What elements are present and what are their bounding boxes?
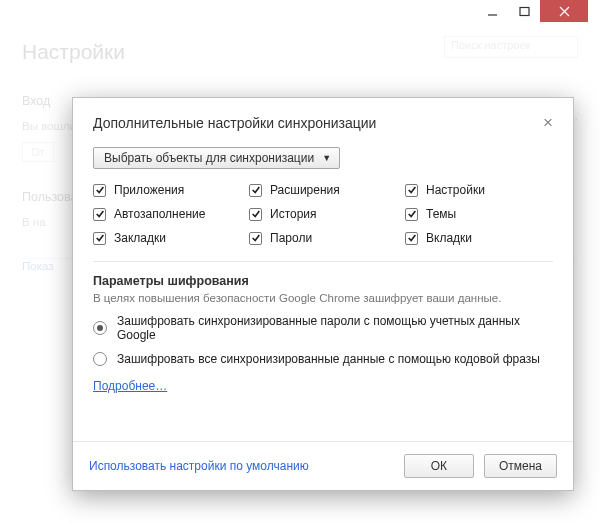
sync-item-checkbox[interactable]: Автозаполнение xyxy=(93,207,241,221)
checkbox-icon xyxy=(249,184,262,197)
window-close-button[interactable] xyxy=(540,0,588,22)
sync-scope-dropdown[interactable]: Выбрать объекты для синхронизации ▼ xyxy=(93,147,340,169)
use-defaults-link[interactable]: Использовать настройки по умолчанию xyxy=(89,459,309,473)
sync-item-label: История xyxy=(270,207,317,221)
checkbox-icon xyxy=(405,184,418,197)
sync-item-label: Вкладки xyxy=(426,231,472,245)
advanced-sync-settings-dialog: Дополнительные настройки синхронизации ×… xyxy=(72,97,574,491)
dialog-close-button[interactable]: × xyxy=(543,114,553,131)
window-titlebar xyxy=(0,0,600,28)
checkbox-icon xyxy=(93,184,106,197)
sync-item-label: Приложения xyxy=(114,183,184,197)
sync-item-label: Автозаполнение xyxy=(114,207,205,221)
sync-item-label: Настройки xyxy=(426,183,485,197)
checkbox-icon xyxy=(93,208,106,221)
checkbox-icon xyxy=(249,208,262,221)
svg-rect-0 xyxy=(520,7,529,15)
sync-item-checkbox[interactable]: Вкладки xyxy=(405,231,553,245)
window-minimize-button[interactable] xyxy=(476,0,508,22)
encryption-option-2-label: Зашифровать все синхронизированные данны… xyxy=(117,352,540,366)
encryption-option-passphrase[interactable]: Зашифровать все синхронизированные данны… xyxy=(93,352,553,366)
dialog-title: Дополнительные настройки синхронизации xyxy=(93,115,376,131)
window-maximize-button[interactable] xyxy=(508,0,540,22)
sync-item-label: Закладки xyxy=(114,231,166,245)
chevron-down-icon: ▼ xyxy=(322,153,331,163)
encryption-option-1-label: Зашифровать синхронизированные пароли с … xyxy=(117,314,553,342)
sync-item-checkbox[interactable]: Пароли xyxy=(249,231,397,245)
sync-item-label: Расширения xyxy=(270,183,340,197)
encryption-section-subtitle: В целях повышения безопасности Google Ch… xyxy=(93,292,553,304)
sync-scope-dropdown-label: Выбрать объекты для синхронизации xyxy=(104,151,314,165)
sync-item-checkbox[interactable]: Закладки xyxy=(93,231,241,245)
sync-item-label: Пароли xyxy=(270,231,312,245)
cancel-button[interactable]: Отмена xyxy=(484,454,557,478)
sync-item-checkbox[interactable]: Расширения xyxy=(249,183,397,197)
sync-item-checkbox[interactable]: Темы xyxy=(405,207,553,221)
ok-button[interactable]: ОК xyxy=(404,454,474,478)
sync-items-grid: ПриложенияРасширенияНастройкиАвтозаполне… xyxy=(93,183,553,245)
sync-item-checkbox[interactable]: История xyxy=(249,207,397,221)
checkbox-icon xyxy=(93,232,106,245)
checkbox-icon xyxy=(405,232,418,245)
checkbox-icon xyxy=(405,208,418,221)
sync-item-checkbox[interactable]: Приложения xyxy=(93,183,241,197)
sync-item-checkbox[interactable]: Настройки xyxy=(405,183,553,197)
encryption-option-google-credentials[interactable]: Зашифровать синхронизированные пароли с … xyxy=(93,314,553,342)
sync-item-label: Темы xyxy=(426,207,456,221)
radio-icon xyxy=(93,352,107,366)
radio-icon xyxy=(93,321,107,335)
learn-more-link[interactable]: Подробнее… xyxy=(93,379,167,393)
encryption-section-title: Параметры шифрования xyxy=(93,274,553,288)
checkbox-icon xyxy=(249,232,262,245)
